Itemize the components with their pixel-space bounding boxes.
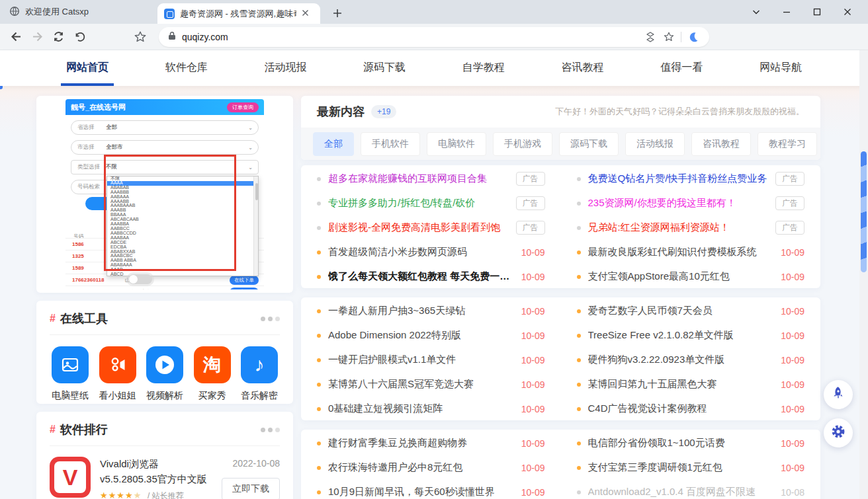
news-row[interactable]: 支付宝第三季度调研领1元红包10-09 (577, 455, 805, 480)
news-title: 235资源网/你想要的我这里都有！ (588, 197, 768, 210)
maximize-button[interactable] (802, 1, 832, 22)
news-date: 10-08 (781, 487, 804, 498)
news-date: 10-09 (781, 306, 804, 317)
news-row[interactable]: 最新改良版彩虹代刷知识付费模板系统10-09 (577, 240, 805, 264)
nav-item-worth[interactable]: 值得一看 (660, 50, 703, 86)
tab-activity[interactable]: 活动线报 (625, 132, 685, 156)
hash-mark: # (50, 424, 56, 436)
news-title: 兄弟站:红尘资源网福利资源站！ (588, 221, 768, 234)
news-date: 10-09 (521, 272, 545, 282)
page-scrollbar[interactable] (859, 50, 868, 499)
settings-button[interactable] (824, 418, 853, 447)
news-title: 10月9日新闻早讯，每天60秒读懂世界 (328, 486, 513, 498)
tool-screenshot-card[interactable]: 靓号_在线选号网 订单查询 省选择 全部 ⌄ 市选择 全部市 ⌄ 类型选择 不限… (36, 96, 293, 293)
tool-music-decrypt[interactable]: ♪ 音乐解密 (239, 346, 280, 402)
tool-taobao-show[interactable]: 淘 买家秀 (192, 346, 233, 402)
news-row[interactable]: 农行珠海特邀用户必中8元红包10-09 (317, 455, 545, 480)
nav-item-activity[interactable]: 活动现报 (264, 50, 306, 86)
bookmark-star-icon[interactable] (660, 28, 678, 46)
news-row[interactable]: 爱奇艺数字人民币领7天会员10-09 (577, 299, 805, 323)
close-button[interactable] (832, 1, 863, 22)
tab-all[interactable]: 全部 (313, 132, 354, 156)
wallpaper-icon (52, 346, 89, 383)
tool-wallpaper[interactable]: 电脑壁纸 (50, 346, 91, 402)
news-row[interactable]: Antdownload2_v1.0.4 百度网盘不限速10-08 (577, 480, 805, 499)
address-bar[interactable]: quqizy.com (159, 27, 709, 47)
more-dots-icon[interactable] (261, 428, 280, 432)
tab-news[interactable]: 咨讯教程 (691, 132, 751, 156)
nav-item-news[interactable]: 咨讯教程 (562, 50, 604, 86)
tab-pc-software[interactable]: 电脑软件 (427, 132, 486, 156)
news-title: 一键开启护眼模式v1.1单文件 (328, 354, 513, 366)
tab-welcome[interactable]: 欢迎使用 Catsxp (0, 0, 153, 24)
scrollbar-thumb[interactable] (861, 151, 867, 272)
home-star-icon[interactable] (130, 26, 151, 48)
news-row[interactable]: 某博第八十六届黑S冠军竞选大赛10-09 (317, 372, 545, 397)
news-date: 10-09 (521, 355, 545, 365)
nav-item-software[interactable]: 软件仓库 (165, 50, 208, 86)
news-row[interactable]: 免费送Q钻名片赞/快手抖音粉丝点赞业务广告 (577, 167, 805, 191)
news-row[interactable]: Adobe Dimension 2022特别版10-09 (317, 323, 545, 348)
news-row[interactable]: C4D广告视觉设计案例教程10-09 (577, 397, 805, 421)
software-version[interactable]: v5.5.2805.35官方中文版 (100, 472, 218, 487)
tab-mobile-software[interactable]: 手机软件 (361, 132, 420, 156)
tab-label: 趣奇资源网 - 残雪资源网,趣味奇妙 (180, 8, 296, 20)
extension-icon[interactable] (641, 28, 660, 46)
news-row[interactable]: 某博回归第九十五届黑色大赛10-09 (577, 372, 805, 397)
minimize-button[interactable] (771, 1, 802, 22)
new-tab-button[interactable] (328, 4, 347, 22)
news-row[interactable]: 一键开启护眼模式v1.1单文件10-09 (317, 348, 545, 372)
tool-girls[interactable]: 看小姐姐 (97, 346, 138, 402)
more-dots-icon[interactable] (261, 317, 280, 321)
hash-mark: # (50, 313, 56, 325)
nav-item-sites[interactable]: 网站导航 (760, 50, 802, 86)
tab-learning[interactable]: 教程学习 (758, 132, 817, 156)
tab-close-icon[interactable] (302, 9, 309, 19)
undo-button[interactable] (69, 26, 90, 48)
news-title: 支付宝领AppStore最高10元红包 (588, 270, 773, 283)
news-title: C4D广告视觉设计案例教程 (588, 403, 773, 415)
news-row[interactable]: 兄弟站:红尘资源网福利资源站！广告 (577, 215, 805, 240)
software-item[interactable]: V Vivaldi浏览器 v5.5.2805.35官方中文版 ★★★★★ / 站… (50, 457, 280, 499)
tab-bar: 欢迎使用 Catsxp 趣奇资源网 - 残雪资源网,趣味奇妙 (0, 0, 868, 24)
news-row[interactable]: 建行财富季集豆兑换商超购物券10-09 (317, 431, 545, 455)
ad-badge: 广告 (516, 221, 545, 235)
tab-source-download[interactable]: 源码下载 (559, 132, 619, 156)
software-name[interactable]: Vivaldi浏览器 (100, 457, 218, 472)
news-row[interactable]: 0基础建立短视频引流矩阵10-09 (317, 397, 545, 421)
news-date: 10-09 (781, 247, 804, 258)
dark-mode-moon-icon[interactable] (684, 28, 703, 46)
url-text[interactable]: quqizy.com (182, 32, 641, 42)
order-query-button: 订单查询 (227, 102, 259, 112)
tool-video-parse[interactable]: 视频解析 (144, 346, 185, 402)
back-button[interactable] (5, 26, 26, 48)
news-row[interactable]: 剧迷影视-全网免费高清电影美剧看到饱广告 (317, 215, 545, 240)
news-row[interactable]: 10月9日新闻早讯，每天60秒读懂世界10-09 (317, 480, 545, 499)
news-row[interactable]: 一拳超人新用户抽3~365天绿钻10-09 (317, 299, 545, 323)
table-row: 1327648026 山东 泰安市 在线下单 (65, 286, 264, 289)
forward-button[interactable] (26, 26, 48, 48)
news-row[interactable]: 专业拼多多助力/拆红包/转盘/砍价广告 (317, 191, 545, 215)
news-row[interactable]: TreeSize Free v2.1.0.82单文件版10-09 (577, 323, 805, 348)
news-row[interactable]: 首发超级简洁小米步数网页源码10-09 (317, 240, 545, 264)
news-title: 某博回归第九十五届黑色大赛 (588, 378, 773, 391)
divider (50, 334, 280, 335)
news-row[interactable]: 支付宝领AppStore最高10元红包10-09 (577, 264, 805, 289)
news-row[interactable]: 硬件狗狗v3.2.22.0923单文件版10-09 (577, 348, 805, 372)
refresh-button[interactable] (48, 26, 69, 48)
back-to-top-button[interactable] (824, 380, 853, 409)
download-now-button[interactable]: 立即下载 (222, 478, 280, 499)
nav-item-source[interactable]: 源码下载 (363, 50, 406, 86)
play-icon (146, 346, 183, 383)
news-row[interactable]: 饿了么每天领大额红包教程 每天免费一顿饭10-09 (317, 264, 545, 289)
tab-mobile-games[interactable]: 手机游戏 (493, 132, 552, 156)
software-date: 2022-10-08 (218, 458, 280, 469)
news-row[interactable]: 超多在家就能赚钱的互联网项目合集广告 (317, 167, 545, 191)
page-content: 靓号_在线选号网 订单查询 省选择 全部 ⌄ 市选择 全部市 ⌄ 类型选择 不限… (0, 86, 859, 499)
nav-item-home[interactable]: 网站首页 (66, 50, 108, 86)
nav-item-tutorial[interactable]: 自学教程 (462, 50, 505, 86)
tab-quqizy[interactable]: 趣奇资源网 - 残雪资源网,趣味奇妙 (157, 3, 320, 24)
window-chevron-icon[interactable] (741, 1, 771, 22)
news-row[interactable]: 235资源网/你想要的我这里都有！广告 (577, 191, 805, 215)
news-row[interactable]: 电信部分省份领取1~100元话费10-09 (577, 431, 805, 455)
